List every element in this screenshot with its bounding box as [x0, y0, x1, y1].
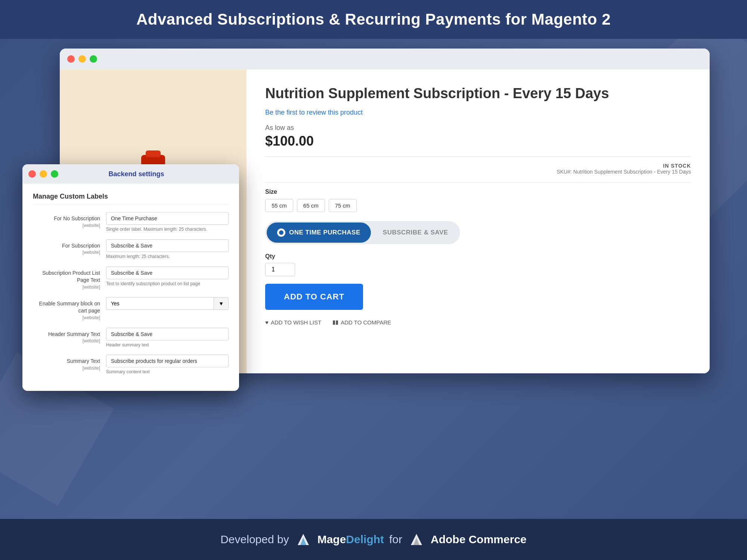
adobe-commerce-name: Adobe Commerce	[431, 533, 527, 546]
for-text: for	[389, 533, 402, 546]
product-details: Nutrition Supplement Subscription - Ever…	[247, 69, 710, 373]
size-label: Size	[265, 189, 691, 195]
review-link[interactable]: Be the first to review this product	[265, 109, 691, 116]
scope-list-text: [website]	[33, 284, 100, 290]
product-price: $100.00	[265, 133, 691, 149]
control-subscription: Maximum length: 25 characters.	[106, 239, 229, 260]
backend-maximize-icon[interactable]	[51, 170, 58, 178]
add-to-cart-button[interactable]: ADD TO CART	[265, 284, 363, 310]
svg-rect-9	[146, 150, 161, 157]
hint-no-subscription: Single order label. Maximum length: 25 c…	[106, 226, 229, 233]
add-to-wishlist-link[interactable]: ♥ ADD TO WISH LIST	[265, 319, 321, 326]
adobe-logo-icon	[409, 532, 424, 547]
wish-compare-section: ♥ ADD TO WISH LIST ▮▮ ADD TO COMPARE	[265, 319, 691, 326]
control-summary-text: Summary content text	[106, 355, 229, 375]
product-title: Nutrition Supplement Subscription - Ever…	[265, 84, 691, 103]
hint-list-text: Text to identify subscription product on…	[106, 281, 229, 287]
form-row-list-text: Subscription Product List Page Text [web…	[33, 267, 229, 290]
sku-info: SKU#: Nutrition Supplement Subscription …	[265, 169, 691, 175]
input-no-subscription[interactable]	[106, 212, 229, 225]
page-title: Advanced Subscriptions & Recurring Payme…	[15, 10, 732, 28]
footer-text: Developed by MageDelight for Adobe Comme…	[220, 532, 527, 547]
select-summary-block[interactable]: Yes No	[106, 297, 214, 310]
hint-header-summary: Header summary text	[106, 342, 229, 348]
subscribe-label: SUBSCRIBE & SAVE	[383, 229, 448, 236]
sku-label: SKU#:	[557, 169, 571, 175]
hint-subscription: Maximum length: 25 characters.	[106, 253, 229, 260]
qty-input[interactable]	[265, 263, 295, 276]
form-row-header-summary: Header Summary Text [website] Header sum…	[33, 328, 229, 348]
minimize-button-icon[interactable]	[78, 55, 86, 63]
chevron-down-icon: ▼	[214, 297, 229, 310]
scope-no-subscription: [website]	[33, 223, 100, 229]
backend-window-title: Backend settings	[62, 170, 211, 178]
control-no-subscription: Single order label. Maximum length: 25 c…	[106, 212, 229, 233]
add-to-cart-wrap: ADD TO CART	[265, 284, 691, 319]
form-row-summary-text: Summary Text [website] Summary content t…	[33, 355, 229, 375]
label-summary-block: Enable Summary block on cart page [websi…	[33, 297, 100, 321]
input-subscription[interactable]	[106, 239, 229, 252]
page-footer: Developed by MageDelight for Adobe Comme…	[0, 519, 747, 560]
maximize-button-icon[interactable]	[90, 55, 97, 63]
form-row-subscription: For Subscription [website] Maximum lengt…	[33, 239, 229, 260]
one-time-label: ONE TIME PURCHASE	[289, 229, 360, 236]
divider	[265, 156, 691, 157]
size-option-75[interactable]: 75 cm	[329, 199, 357, 212]
scope-subscription: [website]	[33, 249, 100, 256]
sku-value: Nutrition Supplement Subscription - Ever…	[573, 169, 691, 175]
label-list-text: Subscription Product List Page Text [web…	[33, 267, 100, 290]
control-summary-block: Yes No ▼	[106, 297, 229, 310]
radio-inner	[279, 230, 283, 235]
select-wrap-summary: Yes No ▼	[106, 297, 229, 310]
size-option-55[interactable]: 55 cm	[265, 199, 293, 212]
heart-icon: ♥	[265, 319, 269, 326]
backend-settings-window: Backend settings Manage Custom Labels Fo…	[22, 164, 239, 391]
size-options: 55 cm 65 cm 75 cm	[265, 199, 691, 212]
backend-minimize-icon[interactable]	[40, 170, 47, 178]
add-to-compare-link[interactable]: ▮▮ ADD TO COMPARE	[332, 319, 391, 326]
developed-by-text: Developed by	[220, 533, 289, 546]
browser-chrome	[60, 49, 710, 69]
backend-body: Manage Custom Labels For No Subscription…	[22, 184, 239, 391]
scope-summary-block: [website]	[33, 315, 100, 321]
in-stock-badge: IN STOCK	[265, 163, 691, 169]
subscribe-save-button[interactable]: SUBSCRIBE & SAVE	[372, 223, 459, 243]
radio-circle	[277, 228, 285, 237]
stock-sku-section: IN STOCK SKU#: Nutrition Supplement Subs…	[265, 163, 691, 175]
input-list-text[interactable]	[106, 267, 229, 279]
label-subscription: For Subscription [website]	[33, 239, 100, 256]
section-title: Manage Custom Labels	[33, 193, 229, 205]
magedelight-name: MageDelight	[317, 533, 384, 546]
magedelight-svg-icon	[296, 532, 311, 547]
divider-2	[265, 182, 691, 183]
adobe-svg-icon	[409, 532, 424, 547]
scope-summary-text: [website]	[33, 365, 100, 371]
one-time-purchase-button[interactable]: ONE TIME PURCHASE	[267, 223, 371, 243]
size-option-65[interactable]: 65 cm	[297, 199, 325, 212]
form-row-no-subscription: For No Subscription [website] Single ord…	[33, 212, 229, 233]
control-header-summary: Header summary text	[106, 328, 229, 348]
compare-icon: ▮▮	[332, 319, 338, 326]
main-content: Nutrition Supplement Subscription - Ever…	[22, 41, 725, 519]
input-header-summary[interactable]	[106, 328, 229, 340]
hint-summary-text: Summary content text	[106, 369, 229, 375]
backend-close-icon[interactable]	[28, 170, 36, 178]
form-row-summary-block: Enable Summary block on cart page [websi…	[33, 297, 229, 321]
label-header-summary: Header Summary Text [website]	[33, 328, 100, 344]
purchase-type-toggle: ONE TIME PURCHASE SUBSCRIBE & SAVE	[265, 221, 460, 244]
backend-chrome: Backend settings	[22, 164, 239, 184]
as-low-as-label: As low as	[265, 124, 691, 132]
input-summary-text[interactable]	[106, 355, 229, 367]
scope-header-summary: [website]	[33, 338, 100, 344]
control-list-text: Text to identify subscription product on…	[106, 267, 229, 287]
qty-label: Qty	[265, 253, 691, 260]
label-no-subscription: For No Subscription [website]	[33, 212, 100, 228]
close-button-icon[interactable]	[67, 55, 75, 63]
label-summary-text: Summary Text [website]	[33, 355, 100, 371]
page-header: Advanced Subscriptions & Recurring Payme…	[0, 0, 747, 39]
magedelight-logo-icon	[296, 532, 311, 547]
